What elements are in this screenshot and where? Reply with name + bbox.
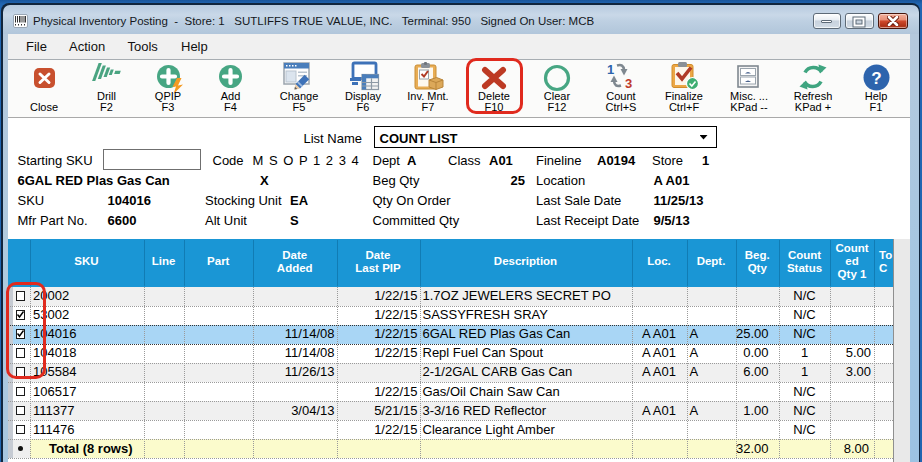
svg-text:?: ? xyxy=(871,68,881,87)
